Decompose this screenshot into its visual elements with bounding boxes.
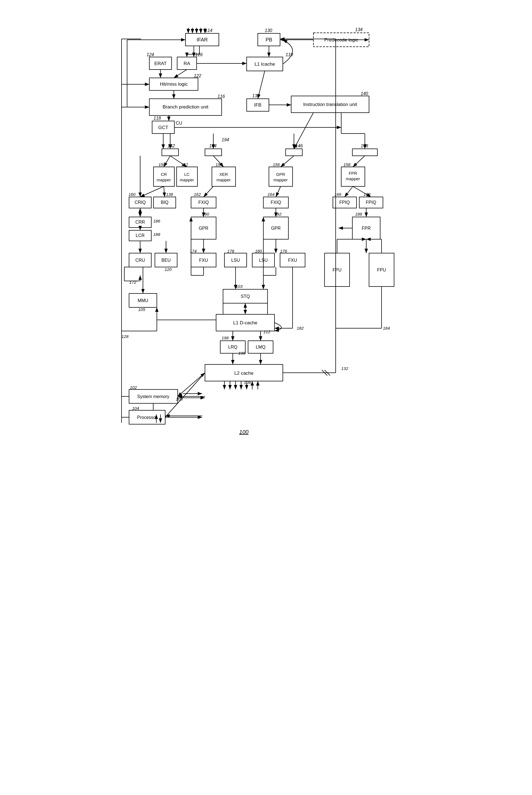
svg-rect-47	[212, 167, 235, 186]
gpr-left-label: GPR	[198, 226, 208, 231]
stq-label: STQ	[241, 294, 250, 299]
pb-label: PB	[265, 37, 272, 42]
ref-160: 160	[129, 192, 136, 197]
ref-124: 124	[147, 52, 154, 57]
ref-184: 184	[383, 326, 390, 330]
ref-194: 194	[222, 137, 229, 142]
l1dcache-label: L1 D-cache	[233, 320, 257, 325]
ref-104: 104	[132, 406, 139, 411]
svg-line-123	[178, 373, 205, 396]
cu-label: CU	[176, 121, 182, 126]
ref-172: 172	[129, 280, 136, 285]
ref-198: 198	[222, 336, 229, 340]
ref-150: 150	[158, 162, 166, 167]
erat-label: ERAT	[154, 61, 166, 66]
ref-192: 192	[274, 212, 282, 216]
fxiq-left-label: FXIQ	[198, 200, 209, 205]
svg-rect-37	[353, 149, 377, 156]
svg-rect-45	[153, 167, 174, 186]
ref-178: 178	[227, 249, 234, 253]
ref-112: 112	[263, 329, 271, 334]
crr-label: CRR	[135, 220, 145, 225]
lc-mapper-label2: mapper	[179, 177, 194, 182]
ref-116: 116	[217, 94, 225, 99]
ref-108: 108	[244, 380, 251, 385]
svg-line-42	[294, 113, 314, 149]
svg-rect-36	[286, 149, 302, 156]
ref-174: 174	[190, 249, 196, 253]
mmu-label: MMU	[137, 298, 148, 303]
svg-line-50	[164, 156, 170, 167]
ref-138: 138	[166, 192, 173, 197]
ref-158: 158	[343, 162, 351, 167]
svg-line-65	[345, 186, 353, 197]
svg-line-23	[174, 70, 187, 78]
ref-105: 105	[138, 307, 146, 312]
ref-103: 103	[235, 284, 243, 289]
figure-footer: FIG. 1	[247, 740, 285, 795]
ref-100: 100	[239, 429, 248, 435]
branch-pred-label: Branch prediction unit	[163, 104, 208, 110]
svg-line-53	[281, 156, 294, 167]
fpr-mapper-label: FPR	[349, 171, 357, 175]
cr-mapper-label2: mapper	[156, 177, 171, 182]
ref-152: 152	[181, 162, 188, 167]
ref-122: 122	[194, 73, 201, 78]
ref-186: 186	[153, 219, 160, 223]
ref-156: 156	[273, 162, 280, 167]
fpiq-right-label: FPIQ	[366, 200, 376, 205]
ref-132: 132	[341, 366, 348, 371]
ref-102: 102	[130, 385, 137, 390]
fxu-right-label: FXU	[288, 258, 297, 263]
ref-196: 196	[238, 351, 246, 356]
l1icache-label: L1 Icache	[254, 61, 275, 67]
ref-180: 180	[255, 249, 262, 253]
fpr-mapper-label2: mapper	[346, 176, 360, 181]
gpr-right-label: GPR	[271, 226, 281, 231]
ref-162: 162	[194, 192, 201, 197]
ifar-label: IFAR	[196, 37, 207, 42]
lrq-label: LRQ	[228, 345, 237, 349]
svg-line-66	[353, 186, 371, 197]
page: IFAR 114 PB 130 Predecode logic 134 L1 I…	[0, 0, 532, 795]
svg-line-28	[258, 71, 265, 99]
ref-130: 130	[265, 28, 272, 33]
ref-148: 148	[361, 144, 368, 148]
ref-188: 188	[153, 232, 160, 237]
ref-182: 182	[297, 326, 304, 330]
ref-176: 176	[280, 249, 287, 253]
lmq-label: LMQ	[255, 345, 265, 349]
svg-rect-48	[269, 167, 292, 186]
cru-label: CRU	[135, 258, 145, 263]
gpr-mapper-label: GPR	[276, 172, 285, 177]
ref-142: 142	[167, 144, 175, 148]
fpr-label: FPR	[362, 226, 371, 231]
ref-118: 118	[153, 116, 161, 120]
svg-line-61	[140, 186, 164, 197]
biq-label: BIQ	[161, 200, 169, 205]
processor-label: Processor	[137, 415, 157, 420]
beu-label: BEU	[161, 258, 170, 263]
svg-rect-46	[176, 167, 197, 186]
ref-164: 164	[268, 192, 274, 197]
fpiq-left-label: FPIQ	[339, 200, 349, 205]
ref-140: 140	[361, 91, 368, 96]
lc-mapper-label: LC	[184, 172, 189, 177]
svg-rect-35	[205, 149, 222, 156]
ref-144: 144	[209, 144, 217, 148]
ref-120: 120	[165, 267, 172, 272]
ref-126: 126	[195, 52, 203, 57]
ref-166: 166	[334, 192, 342, 197]
gct-label: GCT	[158, 125, 168, 130]
cr-mapper-label: CR	[161, 172, 167, 177]
svg-line-62	[164, 186, 165, 197]
ref-fpr-188: 188	[355, 212, 362, 216]
ref-128: 128	[121, 334, 129, 339]
circuit-diagram: IFAR 114 PB 130 Predecode logic 134 L1 I…	[113, 11, 419, 734]
diagram-container: IFAR 114 PB 130 Predecode logic 134 L1 I…	[113, 11, 419, 734]
svg-line-51	[170, 156, 187, 167]
fxiq-right-label: FXIQ	[271, 200, 281, 205]
ref-134: 134	[355, 27, 363, 32]
l2cache-label: L2 cache	[234, 371, 253, 376]
svg-line-54	[353, 156, 365, 167]
